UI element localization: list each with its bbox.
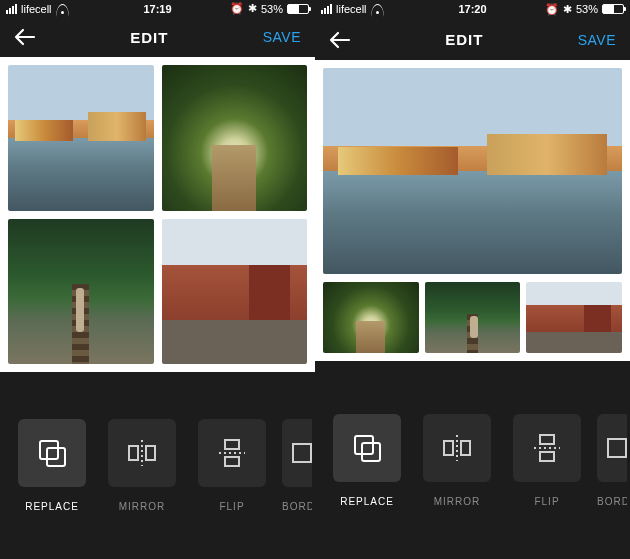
svg-rect-6	[225, 440, 239, 449]
tool-mirror[interactable]: MIRROR	[102, 419, 182, 512]
svg-rect-1	[47, 448, 65, 466]
collage-tile[interactable]	[8, 65, 154, 211]
edit-toolbar: REPLACE MIRROR FLIP BORDER	[315, 361, 630, 559]
back-button[interactable]	[329, 31, 351, 49]
svg-rect-4	[146, 446, 155, 460]
battery-icon	[602, 4, 624, 14]
tool-border[interactable]: BORDER	[597, 414, 627, 507]
svg-rect-17	[608, 439, 626, 457]
svg-rect-0	[40, 441, 58, 459]
tool-border[interactable]: BORDER	[282, 419, 312, 512]
svg-rect-8	[293, 444, 311, 462]
tool-mirror[interactable]: MIRROR	[417, 414, 497, 507]
flip-icon	[215, 436, 249, 470]
tool-flip[interactable]: FLIP	[192, 419, 272, 512]
mirror-icon	[125, 436, 159, 470]
save-button[interactable]: SAVE	[578, 32, 616, 48]
flip-icon	[530, 431, 564, 465]
svg-rect-9	[355, 436, 373, 454]
collage-canvas[interactable]	[315, 60, 630, 361]
status-bar: lifecell 17:19 ⏰ ✱ 53%	[0, 0, 315, 18]
status-bar: lifecell 17:20 ⏰ ✱ 53%	[315, 0, 630, 19]
dual-screenshot: lifecell 17:19 ⏰ ✱ 53% EDIT SAVE	[0, 0, 630, 559]
collage-tile[interactable]	[162, 65, 308, 211]
tool-flip[interactable]: FLIP	[507, 414, 587, 507]
collage-tile[interactable]	[162, 219, 308, 365]
screen-right: lifecell 17:20 ⏰ ✱ 53% EDIT SAVE	[315, 0, 630, 559]
page-title: EDIT	[36, 29, 263, 46]
svg-rect-16	[540, 452, 554, 461]
save-button[interactable]: SAVE	[263, 29, 301, 45]
svg-rect-3	[129, 446, 138, 460]
mirror-icon	[440, 431, 474, 465]
svg-rect-12	[444, 441, 453, 455]
clock: 17:19	[0, 3, 315, 15]
replace-icon	[350, 431, 384, 465]
collage-tile[interactable]	[425, 282, 521, 353]
border-icon	[290, 436, 312, 470]
svg-rect-7	[225, 457, 239, 466]
collage-tile-hero[interactable]	[323, 68, 622, 274]
collage-canvas[interactable]	[0, 57, 315, 372]
nav-bar: EDIT SAVE	[315, 19, 630, 60]
svg-rect-13	[461, 441, 470, 455]
border-icon	[605, 431, 627, 465]
nav-bar: EDIT SAVE	[0, 18, 315, 57]
back-button[interactable]	[14, 28, 36, 46]
svg-rect-10	[362, 443, 380, 461]
clock: 17:20	[315, 3, 630, 15]
tool-replace[interactable]: REPLACE	[12, 419, 92, 512]
svg-rect-15	[540, 435, 554, 444]
collage-tile[interactable]	[8, 219, 154, 365]
collage-tile[interactable]	[323, 282, 419, 353]
edit-toolbar: REPLACE MIRROR FLIP BORDER	[0, 372, 315, 559]
page-title: EDIT	[351, 31, 578, 48]
collage-tile[interactable]	[526, 282, 622, 353]
screen-left: lifecell 17:19 ⏰ ✱ 53% EDIT SAVE	[0, 0, 315, 559]
tool-replace[interactable]: REPLACE	[327, 414, 407, 507]
replace-icon	[35, 436, 69, 470]
battery-icon	[287, 4, 309, 14]
